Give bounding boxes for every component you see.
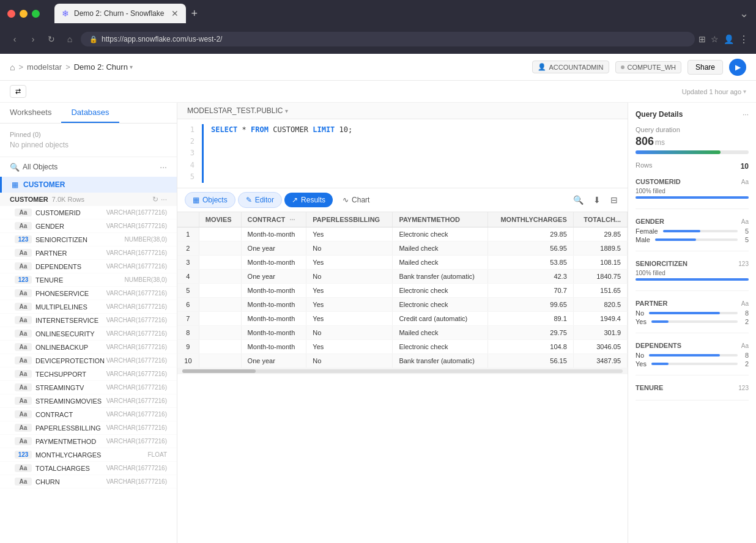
- sidebar-tabs: Worksheets Databases: [0, 103, 177, 124]
- col-header-movies[interactable]: MOVIES: [199, 212, 241, 227]
- table-row[interactable]: 6Month-to-monthYesElectronic check99.658…: [177, 297, 628, 311]
- search-results-button[interactable]: 🔍: [571, 193, 586, 207]
- table-cell: Yes: [306, 297, 393, 311]
- window-menu-icon[interactable]: ⌄: [739, 7, 749, 20]
- column-item-partner[interactable]: AaPARTNERVARCHAR(16777216): [0, 246, 177, 260]
- code-editor[interactable]: SELECT * FROM CUSTOMER LIMIT 10;: [209, 124, 628, 183]
- breadcrumb-parent[interactable]: modelstar: [27, 62, 62, 72]
- account-button[interactable]: 👤: [724, 34, 734, 44]
- col-header-payment[interactable]: PAYMENTMETHOD: [393, 212, 488, 227]
- col-name-label: STREAMINGMOVIES: [35, 397, 102, 405]
- table-row[interactable]: 4One yearNoBank transfer (automatic)42.3…: [177, 269, 628, 283]
- all-objects-header: 🔍 All Objects ···: [0, 157, 177, 177]
- refresh-icon[interactable]: ↻: [152, 195, 158, 204]
- column-item-paperlessbilling[interactable]: AaPAPERLESSBILLINGVARCHAR(16777216): [0, 421, 177, 435]
- column-item-multiplelines[interactable]: AaMULTIPLELINESVARCHAR(16777216): [0, 300, 177, 314]
- objects-tab-button[interactable]: ▦ Objects: [185, 192, 235, 208]
- columns-more-icon[interactable]: ···: [161, 195, 167, 204]
- column-item-tenure[interactable]: 123TENURENUMBER(38,0): [0, 273, 177, 287]
- column-item-deviceprotection[interactable]: AaDEVICEPROTECTIONVARCHAR(16777216): [0, 354, 177, 368]
- editor-tab-button[interactable]: ✎ Editor: [238, 192, 282, 208]
- download-results-button[interactable]: ⬇: [591, 193, 603, 207]
- col-type-detail: NUMBER(38,0): [125, 236, 167, 243]
- col-name-label: TENURE: [35, 276, 63, 284]
- tab-databases[interactable]: Databases: [61, 103, 119, 123]
- customer-table-item[interactable]: ▦ CUSTOMER: [0, 177, 177, 193]
- table-row[interactable]: 5Month-to-monthYesElectronic check70.715…: [177, 283, 628, 297]
- forward-button[interactable]: ›: [26, 32, 40, 46]
- column-item-onlinesecurity[interactable]: AaONLINESECURITYVARCHAR(16777216): [0, 327, 177, 341]
- column-item-dependents[interactable]: AaDEPENDENTSVARCHAR(16777216): [0, 260, 177, 273]
- column-item-streamingmovies[interactable]: AaSTREAMINGMOVIESVARCHAR(16777216): [0, 394, 177, 408]
- editor-label: Editor: [255, 196, 274, 204]
- breadcrumb-current[interactable]: Demo 2: Churn ▾: [74, 62, 133, 72]
- bookmark-button[interactable]: ☆: [711, 34, 719, 44]
- window-close-button[interactable]: [7, 10, 15, 18]
- home-button[interactable]: ⌂: [62, 32, 77, 46]
- column-item-totalcharges[interactable]: AaTOTALCHARGESVARCHAR(16777216): [0, 462, 177, 475]
- col-header-paperless[interactable]: PAPERLESSBILLING: [306, 212, 393, 227]
- reload-button[interactable]: ↻: [44, 32, 59, 46]
- extensions-button[interactable]: ⊞: [699, 34, 706, 44]
- keyword-limit: LIMIT: [313, 125, 335, 134]
- column-item-gender[interactable]: AaGENDERVARCHAR(16777216): [0, 220, 177, 233]
- column-item-customerid[interactable]: AaCUSTOMERIDVARCHAR(16777216): [0, 206, 177, 220]
- col-header-monthly[interactable]: MONTHLYCHARGES: [488, 212, 574, 227]
- column-item-seniorcitizen[interactable]: 123SENIORCITIZENNUMBER(38,0): [0, 233, 177, 246]
- split-view-button[interactable]: ⊟: [608, 193, 620, 207]
- code-line-1: SELECT * FROM CUSTOMER LIMIT 10;: [209, 124, 628, 136]
- run-button[interactable]: ▶: [729, 59, 746, 76]
- column-item-monthlycharges[interactable]: 123MONTHLYCHARGESFLOAT: [0, 448, 177, 462]
- table-cell: [199, 325, 241, 339]
- table-row[interactable]: 7Month-to-monthYesCredit card (automatic…: [177, 311, 628, 325]
- new-tab-button[interactable]: +: [191, 7, 198, 20]
- stat-value-count: 8: [743, 352, 749, 359]
- table-row[interactable]: 3Month-to-monthYesMailed check53.85108.1…: [177, 255, 628, 269]
- address-bar[interactable]: 🔒 https://app.snowflake.com/us-west-2/: [81, 32, 695, 46]
- tab-close-button[interactable]: ✕: [171, 9, 179, 18]
- duration-label: Query duration: [636, 126, 749, 133]
- back-button[interactable]: ‹: [7, 32, 22, 46]
- column-item-internetservice[interactable]: AaINTERNETSERVICEVARCHAR(16777216): [0, 314, 177, 327]
- column-item-streamingtv[interactable]: AaSTREAMINGTVVARCHAR(16777216): [0, 381, 177, 394]
- chart-tab-button[interactable]: ∿ Chart: [335, 193, 377, 207]
- browser-tab[interactable]: ❄ Demo 2: Churn - Snowflake ✕: [54, 4, 186, 23]
- table-row[interactable]: 9Month-to-monthYesElectronic check104.83…: [177, 339, 628, 353]
- results-table-wrap[interactable]: MOVIES CONTRACT ··· PAPERLESSBILLING PAY…: [177, 212, 628, 543]
- col-header-contract[interactable]: CONTRACT ···: [241, 212, 306, 227]
- table-cell: 8: [177, 325, 199, 339]
- share-button[interactable]: Share: [687, 60, 723, 75]
- horizontal-scrollbar[interactable]: [177, 368, 628, 374]
- compute-wh-label: COMPUTE_WH: [628, 64, 676, 71]
- browser-overflow-button[interactable]: ⋮: [739, 34, 749, 45]
- column-item-phoneservice[interactable]: AaPHONESERVICEVARCHAR(16777216): [0, 287, 177, 300]
- column-item-paymentmethod[interactable]: AaPAYMENTMETHODVARCHAR(16777216): [0, 435, 177, 448]
- query-details-more[interactable]: ···: [743, 110, 749, 119]
- editor-area[interactable]: 12345 SELECT * FROM CUSTOMER LIMIT 10;: [177, 119, 628, 188]
- window-minimize-button[interactable]: [20, 10, 28, 18]
- table-row[interactable]: 2One yearNoMailed check56.951889.5: [177, 241, 628, 255]
- col-header-total[interactable]: TOTALCH...: [573, 212, 627, 227]
- table-row[interactable]: 8Month-to-monthNoMailed check29.75301.9: [177, 325, 628, 339]
- column-item-onlinebackup[interactable]: AaONLINEBACKUPVARCHAR(16777216): [0, 341, 177, 354]
- filter-button[interactable]: ⇄: [10, 85, 26, 98]
- stat-bar-track: [636, 278, 749, 281]
- all-objects-more-button[interactable]: ···: [160, 162, 167, 172]
- table-row[interactable]: 1Month-to-monthYesElectronic check29.852…: [177, 227, 628, 241]
- schema-selector[interactable]: MODELSTAR_TEST.PUBLIC ▾: [187, 106, 288, 115]
- table-row[interactable]: 10One yearNoBank transfer (automatic)56.…: [177, 353, 628, 368]
- results-tab-button[interactable]: ↗ Results: [284, 193, 333, 207]
- home-icon[interactable]: ⌂: [10, 62, 15, 72]
- table-cell: Month-to-month: [241, 297, 306, 311]
- window-maximize-button[interactable]: [32, 10, 40, 18]
- column-item-churn[interactable]: AaCHURNVARCHAR(16777216): [0, 475, 177, 489]
- stat-name-label: GENDER: [636, 218, 664, 225]
- col-type-detail: VARCHAR(16777216): [106, 303, 167, 310]
- table-cell: 99.65: [488, 297, 574, 311]
- column-item-contract[interactable]: AaCONTRACTVARCHAR(16777216): [0, 408, 177, 421]
- tab-worksheets[interactable]: Worksheets: [0, 103, 61, 123]
- breadcrumb: ⌂ > modelstar > Demo 2: Churn ▾: [10, 62, 133, 72]
- stat-value-bar: [651, 320, 669, 323]
- column-item-techsupport[interactable]: AaTECHSUPPORTVARCHAR(16777216): [0, 368, 177, 381]
- stat-value-label: Yes: [636, 360, 647, 368]
